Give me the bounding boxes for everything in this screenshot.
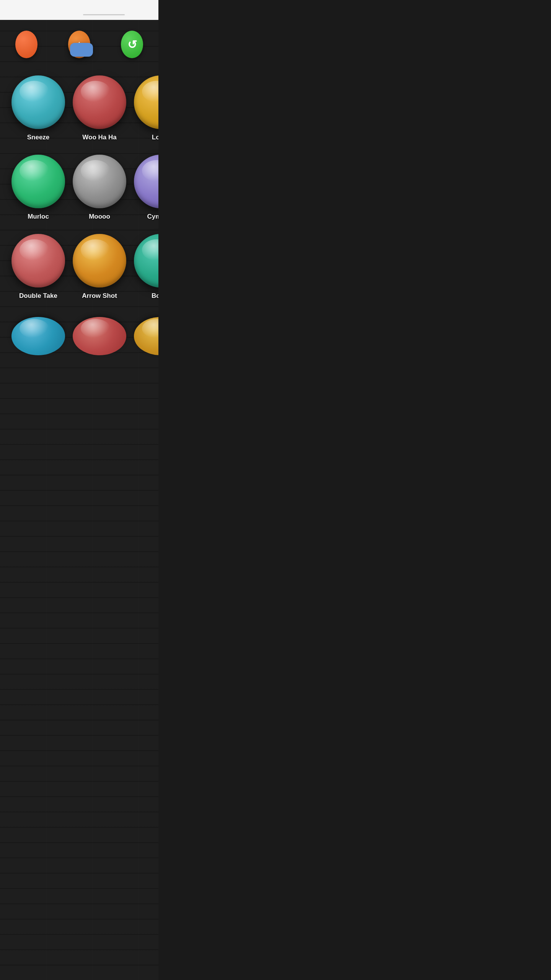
refresh-icon: ↺: [127, 38, 137, 51]
partial-sound-button-partial-gold[interactable]: [134, 317, 158, 355]
tab-sounds[interactable]: [0, 5, 69, 15]
sound-label-sneeze: Sneeze: [27, 134, 50, 141]
sound-button-double-take[interactable]: [11, 234, 65, 287]
sound-label-cymbals: Cymbals: [147, 213, 158, 220]
sounds-grid: SneezeWoo Ha HaLoserMurlocMooooCymbalsDo…: [0, 62, 158, 307]
sound-label-moooo: Moooo: [89, 213, 110, 220]
partial-sounds-grid: [0, 307, 158, 359]
sound-cell-boing: Boing: [130, 228, 158, 307]
sound-cell-moooo: Moooo: [69, 149, 130, 228]
question-button[interactable]: [15, 31, 37, 58]
sound-button-moooo[interactable]: [73, 155, 126, 208]
partial-sound-cell-partial-gold: [130, 313, 158, 359]
sound-label-arrow-shot: Arrow Shot: [82, 292, 117, 300]
sound-cell-sneeze: Sneeze: [8, 70, 69, 149]
refresh-button[interactable]: ↺: [121, 31, 143, 58]
partial-sound-cell-partial-red: [69, 313, 130, 359]
sound-label-loser: Loser: [152, 134, 158, 141]
tab-favorites[interactable]: [69, 5, 139, 15]
sound-label-boing: Boing: [152, 292, 158, 300]
sound-button-loser[interactable]: [134, 75, 158, 129]
sound-cell-arrow-shot: Arrow Shot: [69, 228, 130, 307]
partial-sound-button-partial-blue[interactable]: [11, 317, 65, 355]
sound-label-murloc: Murloc: [28, 213, 49, 220]
sound-cell-cymbals: Cymbals: [130, 149, 158, 228]
tooltip-banner: [70, 43, 93, 57]
sound-button-murloc[interactable]: [11, 155, 65, 208]
partial-sound-cell-partial-blue: [8, 313, 69, 359]
sound-button-sneeze[interactable]: [11, 75, 65, 129]
main-content: ▲ ↺ SneezeWoo Ha HaLoserMurlocMooooCymba…: [0, 20, 158, 980]
sound-button-boing[interactable]: [134, 234, 158, 287]
partial-sound-button-partial-red[interactable]: [73, 317, 126, 355]
sound-button-arrow-shot[interactable]: [73, 234, 126, 287]
sound-label-woo-ha-ha: Woo Ha Ha: [82, 134, 116, 141]
sound-cell-loser: Loser: [130, 70, 158, 149]
sound-cell-murloc: Murloc: [8, 149, 69, 228]
tab-bar: [0, 0, 158, 20]
sound-label-double-take: Double Take: [19, 292, 57, 300]
sound-cell-double-take: Double Take: [8, 228, 69, 307]
sound-button-cymbals[interactable]: [134, 155, 158, 208]
sound-button-woo-ha-ha[interactable]: [73, 75, 126, 129]
sound-cell-woo-ha-ha: Woo Ha Ha: [69, 70, 130, 149]
